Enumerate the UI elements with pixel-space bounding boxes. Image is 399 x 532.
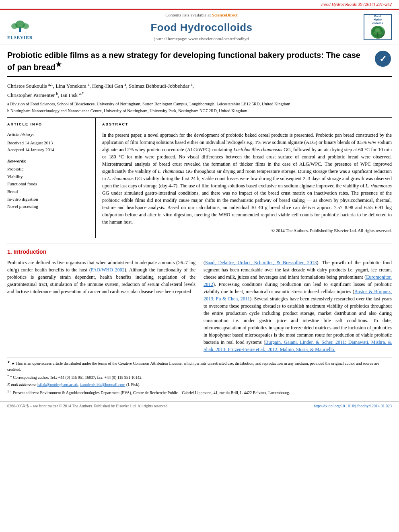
keyword-4: Bread	[7, 188, 90, 195]
doi-link[interactable]: http://dx.doi.org/10.1016/j.foodhyd.2014…	[314, 403, 392, 409]
corresponding-footnote: * * Corresponding author. Tel.: +44 (0) …	[7, 374, 392, 380]
present-address-text: 1 Present address: Environment & Agrobio…	[10, 390, 290, 395]
keyword-3: Functional foods	[7, 180, 90, 188]
intro-title-text: Introduction	[14, 249, 47, 255]
keyword-5: In-vitro digestion	[7, 195, 90, 203]
email-link-1[interactable]: isfiak@nottingham.ac.uk	[37, 382, 78, 387]
email-footnote: E-mail addresses: isfiak@nottingham.ac.u…	[7, 382, 392, 388]
article-info-col: ARTICLE INFO Article history: Received 1…	[7, 118, 96, 238]
star-footnote: ★ ★ This is an open-access article distr…	[7, 360, 392, 372]
authors: Christos Soukoulis a,1, Lina Yonekura a,…	[7, 81, 392, 99]
authors-text: Christos Soukoulis a,1, Lina Yonekura a,…	[7, 83, 194, 98]
intro-number: 1.	[7, 249, 12, 255]
journal-logo-icon	[371, 26, 385, 39]
saad-ref-link[interactable]: Saad, Delattre, Urdaci, Schmitter, & Bre…	[205, 260, 317, 265]
email-label: E-mail addresses:	[7, 382, 36, 387]
accepted-date: Accepted 14 January 2014	[7, 147, 90, 153]
affiliation-b: b Nottingham Nanotechnology and Nanoscie…	[7, 108, 392, 114]
svg-point-3	[23, 23, 29, 29]
received-date: Received 14 August 2013	[7, 140, 90, 146]
journal-homepage: journal homepage: www.elsevier.com/locat…	[47, 36, 356, 42]
affiliation-a: a Division of Food Sciences, School of B…	[7, 101, 392, 107]
journal-center: Contents lists available at ScienceDirec…	[39, 12, 364, 42]
page: Food Hydrocolloids 39 (2014) 231–242 ELS…	[0, 0, 399, 532]
keywords-list: Probiotic Viability Functional foods Bre…	[7, 165, 90, 210]
title-section: Probiotic edible films as a new strategy…	[7, 50, 392, 77]
two-col-section: ARTICLE INFO Article history: Received 1…	[7, 117, 392, 238]
keyword-1: Probiotic	[7, 165, 90, 173]
intro-two-col: Probiotics are defined as live organisms…	[7, 259, 392, 353]
corresponding-footnote-text: * Corresponding author. Tel.: +44 (0) 11…	[10, 375, 142, 380]
issn-text: 0268-005X/$ – see front matter © 2014 Th…	[7, 403, 169, 409]
elsevier-logo: ELSEVIER	[7, 19, 39, 35]
article-info-label: ARTICLE INFO	[7, 122, 90, 129]
article-title: Probiotic edible films as a new strategy…	[7, 50, 374, 72]
svg-text:✓: ✓	[379, 54, 387, 64]
bustos-ref-link[interactable]: Bustos & Bórquez, 2013; Fu & Chen, 2011	[204, 289, 392, 302]
bottom-bar: 0268-005X/$ – see front matter © 2014 Th…	[0, 401, 399, 411]
journal-logo-title: FoodHydrocolloids	[372, 15, 383, 25]
abstract-label: ABSTRACT	[102, 122, 392, 129]
svg-point-2	[11, 23, 18, 29]
abstract-text: In the present paper, a novel approach f…	[102, 131, 392, 226]
keywords-label: Keywords:	[7, 158, 90, 164]
footnotes: ★ ★ This is an open-access article distr…	[7, 357, 392, 396]
svg-rect-8	[377, 33, 378, 37]
affiliations: a Division of Food Sciences, School of B…	[7, 101, 392, 114]
star-footnote-text: ★ This is an open-access article distrib…	[7, 362, 379, 372]
svg-point-7	[378, 31, 382, 35]
email-suffix: (I. Fisk).	[126, 382, 140, 387]
elsevier-tree-icon	[7, 19, 35, 35]
sciencedirect-line: Contents lists available at ScienceDirec…	[47, 12, 356, 18]
svg-point-6	[373, 31, 377, 35]
citation-line: Food Hydrocolloids 39 (2014) 231–242	[0, 0, 399, 9]
history-label: Article history:	[7, 131, 90, 138]
intro-left-col: Probiotics are defined as live organisms…	[7, 259, 195, 353]
intro-left-text: Probiotics are defined as live organisms…	[7, 259, 195, 295]
copyright-line: © 2014 The Authors. Published by Elsevie…	[102, 228, 392, 234]
euromonitor-ref-link[interactable]: Euromonitor, 2012	[204, 274, 392, 287]
journal-logo-box: FoodHydrocolloids	[364, 14, 392, 40]
journal-banner: ELSEVIER Contents lists available at Sci…	[0, 9, 399, 45]
crossmark-icon: ✓	[375, 51, 391, 67]
crossmark-badge[interactable]: ✓	[374, 50, 392, 68]
keyword-2: Viability	[7, 173, 90, 181]
keyword-6: Novel processing	[7, 203, 90, 210]
title-star: ★	[56, 61, 62, 68]
burgain-ref-link[interactable]: Burgain, Gaiani, Linder, & Scher, 2011; …	[204, 339, 392, 352]
fao-ref-link[interactable]: FAO/WHO 2002	[91, 267, 125, 273]
introduction-section: 1. Introduction Probiotics are defined a…	[7, 244, 392, 396]
sciencedirect-name[interactable]: ScienceDirect	[212, 12, 238, 17]
intro-right-text: (Saad, Delattre, Urdaci, Schmitter, & Br…	[204, 259, 392, 353]
present-address-footnote: 1 1 Present address: Environment & Agrob…	[7, 389, 392, 396]
abstract-col: ABSTRACT In the present paper, a novel a…	[96, 118, 392, 238]
email-link-2[interactable]: i.amdenisfisk@hotmail.com	[80, 382, 125, 387]
main-content: Probiotic edible films as a new strategy…	[0, 45, 399, 402]
elsevier-wordmark: ELSEVIER	[7, 35, 33, 41]
journal-title-banner: Food Hydrocolloids	[47, 20, 356, 35]
intro-right-col: (Saad, Delattre, Urdaci, Schmitter, & Br…	[204, 259, 392, 353]
introduction-heading: 1. Introduction	[7, 248, 392, 256]
abstract-paragraph: In the present paper, a novel approach f…	[102, 131, 392, 226]
citation-text: Food Hydrocolloids 39 (2014) 231–242	[321, 2, 392, 6]
sciencedirect-prefix: Contents lists available at	[165, 12, 211, 17]
